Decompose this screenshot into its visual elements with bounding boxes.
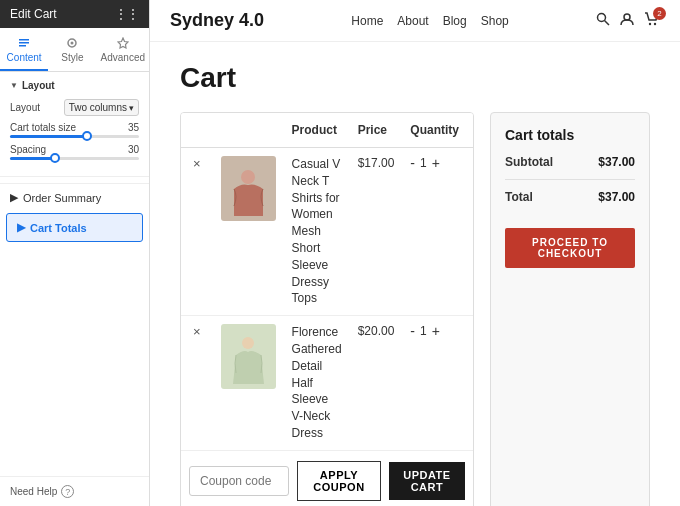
product-price-1: $17.00 (350, 148, 403, 316)
svg-rect-2 (19, 45, 26, 47)
spacing-slider[interactable] (10, 157, 139, 160)
subtotal-value: $37.00 (598, 155, 635, 169)
qty-decrease-1[interactable]: - (410, 156, 415, 170)
cart-badge: 2 (653, 7, 666, 20)
tab-advanced-label: Advanced (101, 52, 145, 63)
remove-item-1[interactable]: × (189, 154, 205, 173)
product-subtotal-1: $17.00 (467, 148, 474, 316)
cart-actions: APPLY COUPON UPDATE CART (181, 451, 473, 506)
col-quantity: Quantity (402, 113, 467, 148)
nav-about[interactable]: About (397, 14, 428, 28)
col-remove (181, 113, 213, 148)
sidebar-item-order-summary[interactable]: ▶ Order Summary (0, 183, 149, 211)
qty-increase-2[interactable]: + (432, 324, 440, 338)
search-icon[interactable] (596, 12, 610, 29)
col-subtotal: Subtotal (467, 113, 474, 148)
table-row: × (181, 316, 474, 451)
svg-point-7 (624, 14, 630, 20)
checkout-button[interactable]: PROCEED TO CHECKOUT (505, 228, 635, 268)
tab-style-label: Style (61, 52, 83, 63)
spacing-row: Spacing 30 (10, 144, 139, 160)
nav-shop[interactable]: Shop (481, 14, 509, 28)
layout-label: Layout (10, 102, 40, 113)
spacing-value: 30 (128, 144, 139, 155)
main-content: Sydney 4.0 Home About Blog Shop 2 Cart (150, 0, 680, 506)
tab-content-label: Content (7, 52, 42, 63)
style-icon (65, 36, 79, 50)
product-name-2: Florence Gathered Detail Half Sleeve V-N… (284, 316, 350, 451)
cart-table-wrap: Product Price Quantity Subtotal × (180, 112, 474, 506)
cart-totals-size-row: Cart totals size 35 (10, 122, 139, 138)
cart-totals-box: Cart totals Subtotal $37.00 Total $37.00… (490, 112, 650, 506)
sidebar-item-cart-totals[interactable]: ▶ Cart Totals (6, 213, 143, 242)
cart-totals-size-value: 35 (128, 122, 139, 133)
top-nav: Sydney 4.0 Home About Blog Shop 2 (150, 0, 680, 42)
remove-item-2[interactable]: × (189, 322, 205, 341)
order-summary-arrow-icon: ▶ (10, 191, 18, 204)
layout-field-row: Layout Two columns ▾ (10, 99, 139, 116)
need-help-label: Need Help (10, 486, 57, 497)
cart-layout: Product Price Quantity Subtotal × (180, 112, 650, 506)
nav-home[interactable]: Home (351, 14, 383, 28)
qty-decrease-2[interactable]: - (410, 324, 415, 338)
total-label: Total (505, 190, 533, 204)
content-icon (17, 36, 31, 50)
svg-rect-0 (19, 39, 29, 41)
col-product: Product (284, 113, 350, 148)
total-row: Total $37.00 (505, 190, 635, 214)
svg-point-5 (598, 14, 606, 22)
cart-icon-wrap[interactable]: 2 (644, 12, 660, 29)
cart-totals-heading: Cart totals (505, 127, 635, 143)
svg-point-9 (654, 23, 656, 25)
subtotal-label: Subtotal (505, 155, 553, 169)
qty-control-1: - 1 + (410, 156, 459, 170)
grid-icon[interactable]: ⋮⋮ (115, 7, 139, 21)
tab-advanced[interactable]: Advanced (97, 28, 149, 71)
table-row: × (181, 148, 474, 316)
apply-coupon-button[interactable]: APPLY COUPON (297, 461, 381, 501)
svg-line-6 (605, 21, 610, 26)
cart-totals-size-label: Cart totals size (10, 122, 76, 133)
product-price-2: $20.00 (350, 316, 403, 451)
svg-point-4 (71, 42, 74, 45)
svg-point-8 (649, 23, 651, 25)
sidebar: Edit Cart ⋮⋮ Content Style Advanced ▼ La… (0, 0, 150, 506)
user-icon[interactable] (620, 12, 634, 29)
advanced-icon (116, 36, 130, 50)
dropdown-arrow-icon: ▾ (129, 103, 134, 113)
cart-totals-arrow-icon: ▶ (17, 221, 25, 234)
tab-style[interactable]: Style (48, 28, 96, 71)
layout-section-title: ▼ Layout (10, 80, 139, 91)
col-img (213, 113, 284, 148)
subtotal-row: Subtotal $37.00 (505, 155, 635, 180)
cart-totals-size-slider[interactable] (10, 135, 139, 138)
layout-section: ▼ Layout Layout Two columns ▾ Cart total… (0, 72, 149, 170)
sidebar-header: Edit Cart ⋮⋮ (0, 0, 149, 28)
edit-cart-title: Edit Cart (10, 7, 57, 21)
col-price: Price (350, 113, 403, 148)
total-value: $37.00 (598, 190, 635, 204)
product-name-1: Casual V Neck T Shirts for Women Mesh Sh… (284, 148, 350, 316)
sidebar-footer: Need Help ? (0, 476, 149, 506)
spacing-label: Spacing (10, 144, 46, 155)
update-cart-button[interactable]: UPDATE CART (389, 462, 465, 500)
nav-icons: 2 (596, 12, 660, 29)
page-heading: Cart (180, 62, 650, 94)
nav-blog[interactable]: Blog (443, 14, 467, 28)
qty-increase-1[interactable]: + (432, 156, 440, 170)
svg-point-11 (241, 170, 255, 184)
qty-control-2: - 1 + (410, 324, 459, 338)
page-content: Cart Product Price Quantity Subtotal (150, 42, 680, 506)
help-icon[interactable]: ? (61, 485, 74, 498)
product-image-2 (221, 324, 276, 389)
qty-value-2: 1 (420, 324, 427, 338)
qty-value-1: 1 (420, 156, 427, 170)
layout-dropdown[interactable]: Two columns ▾ (64, 99, 139, 116)
cart-table: Product Price Quantity Subtotal × (181, 113, 474, 451)
layout-arrow-icon: ▼ (10, 81, 18, 90)
coupon-input[interactable] (189, 466, 289, 496)
product-subtotal-2: $20.00 (467, 316, 474, 451)
svg-rect-1 (19, 42, 29, 44)
sidebar-tabs: Content Style Advanced (0, 28, 149, 72)
tab-content[interactable]: Content (0, 28, 48, 71)
